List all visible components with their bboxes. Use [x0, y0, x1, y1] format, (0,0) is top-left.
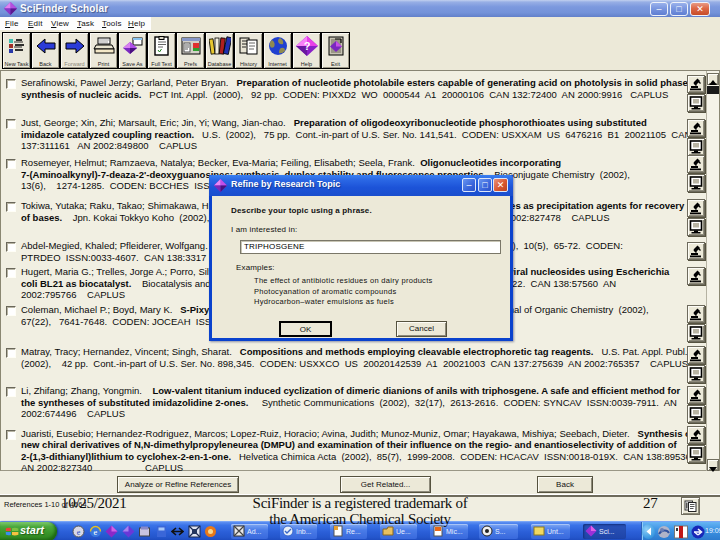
svg-text:e: e — [77, 528, 81, 537]
svg-text:e: e — [93, 527, 97, 537]
